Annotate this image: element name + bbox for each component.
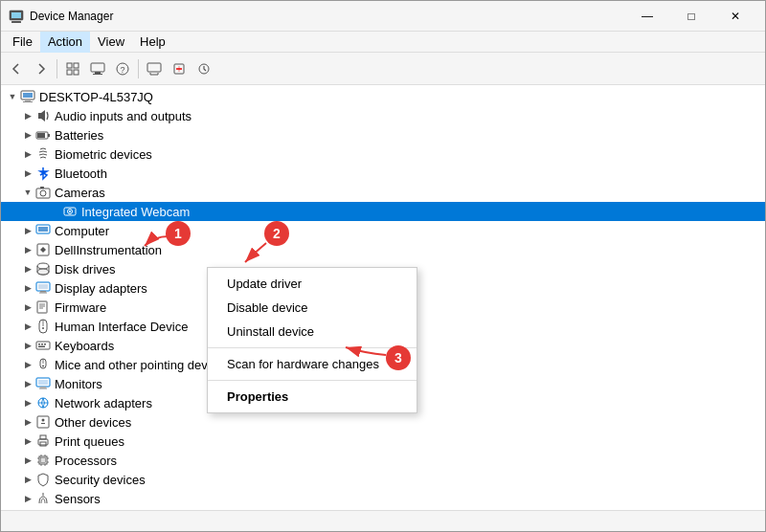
device-manager-window: Device Manager — □ ✕ File Action View He… xyxy=(0,0,766,532)
tree-item-dellinst[interactable]: ▶ DellInstrumentation xyxy=(1,240,765,259)
ctx-update-driver[interactable]: Update driver xyxy=(208,272,417,296)
svg-rect-34 xyxy=(38,284,48,289)
tree-item-audio[interactable]: ▶ Audio inputs and outputs xyxy=(1,106,765,125)
bluetooth-expand[interactable]: ▶ xyxy=(20,166,35,181)
status-bar xyxy=(1,510,765,531)
print-expand[interactable]: ▶ xyxy=(20,433,35,449)
tree-item-cameras[interactable]: ▼ Cameras xyxy=(1,183,765,202)
svg-rect-65 xyxy=(41,458,46,463)
svg-rect-12 xyxy=(147,63,161,72)
menu-action[interactable]: Action xyxy=(40,32,90,53)
biometric-label: Biometric devices xyxy=(55,147,152,162)
biometric-icon xyxy=(35,146,51,162)
audio-expand[interactable]: ▶ xyxy=(20,108,35,123)
toolbar-back[interactable] xyxy=(5,57,28,80)
keyboard-icon xyxy=(35,338,51,353)
computer-icon2 xyxy=(35,223,51,238)
tree-item-bluetooth[interactable]: ▶ Bluetooth xyxy=(1,164,765,183)
tree-item-computer[interactable]: ▶ Computer xyxy=(1,221,765,240)
svg-rect-62 xyxy=(40,435,46,439)
toolbar-grid[interactable] xyxy=(61,57,84,80)
svg-rect-6 xyxy=(74,70,79,75)
svg-point-27 xyxy=(69,211,71,212)
annotation-2: 2 xyxy=(264,221,289,246)
svg-rect-8 xyxy=(95,72,101,74)
toolbar-forward[interactable] xyxy=(30,57,53,80)
disk-expand[interactable]: ▶ xyxy=(20,261,35,277)
webcam-label: Integrated Webcam xyxy=(81,205,190,219)
tree-item-batteries[interactable]: ▶ Batteries xyxy=(1,125,765,144)
minimize-button[interactable]: — xyxy=(625,1,669,32)
mice-label: Mice and other pointing devices xyxy=(55,358,230,372)
tree-item-security[interactable]: ▶ Security devices xyxy=(1,470,765,489)
svg-rect-35 xyxy=(40,291,46,293)
firmware-expand[interactable]: ▶ xyxy=(20,299,35,315)
keyboards-expand[interactable]: ▶ xyxy=(20,338,35,353)
processor-icon xyxy=(35,453,51,468)
svg-rect-5 xyxy=(67,70,72,75)
root-expand[interactable]: ▼ xyxy=(5,89,20,104)
tree-item-other[interactable]: ▶ Other devices xyxy=(1,412,765,432)
audio-icon xyxy=(35,108,51,123)
cameras-expand[interactable]: ▼ xyxy=(20,185,35,200)
menu-help[interactable]: Help xyxy=(132,32,173,53)
menu-view[interactable]: View xyxy=(90,32,132,53)
tree-item-processors[interactable]: ▶ Processors xyxy=(1,451,765,470)
svg-rect-18 xyxy=(23,101,33,102)
toolbar-help[interactable]: ? xyxy=(111,57,134,80)
svg-rect-60 xyxy=(41,423,45,424)
other-expand[interactable]: ▶ xyxy=(20,414,35,430)
ctx-disable-device[interactable]: Disable device xyxy=(208,296,417,320)
svg-rect-47 xyxy=(44,344,46,345)
tree-item-sensors[interactable]: ▶ Sensors xyxy=(1,489,765,508)
annotation-1: 1 xyxy=(166,221,191,246)
toolbar: ? xyxy=(1,53,765,85)
firmware-icon xyxy=(35,299,51,315)
processors-expand[interactable]: ▶ xyxy=(20,453,35,468)
network-label: Network adapters xyxy=(55,396,152,410)
toolbar-update[interactable] xyxy=(192,57,215,80)
batteries-expand[interactable]: ▶ xyxy=(20,127,35,143)
tree-item-webcam[interactable]: Integrated Webcam xyxy=(1,202,765,221)
svg-rect-37 xyxy=(37,301,47,313)
svg-rect-53 xyxy=(38,380,48,385)
tree-item-biometric[interactable]: ▶ Biometric devices xyxy=(1,144,765,164)
svg-rect-46 xyxy=(41,344,43,345)
menu-file[interactable]: File xyxy=(5,32,40,53)
dellinst-expand[interactable]: ▶ xyxy=(20,242,35,257)
tree-item-print[interactable]: ▶ Print queues xyxy=(1,432,765,451)
tree-item-software[interactable]: ▶ Software components xyxy=(1,508,765,510)
svg-rect-55 xyxy=(39,388,47,389)
close-button[interactable]: ✕ xyxy=(713,1,757,32)
toolbar-monitor[interactable] xyxy=(86,57,109,80)
network-expand[interactable]: ▶ xyxy=(20,395,35,410)
svg-rect-3 xyxy=(67,63,72,68)
security-expand[interactable]: ▶ xyxy=(20,472,35,487)
svg-rect-9 xyxy=(93,74,102,75)
ctx-uninstall-device[interactable]: Uninstall device xyxy=(208,320,417,344)
sensors-icon xyxy=(35,491,51,506)
svg-rect-54 xyxy=(40,387,46,388)
sensors-expand[interactable]: ▶ xyxy=(20,491,35,506)
svg-rect-45 xyxy=(38,344,40,345)
svg-rect-24 xyxy=(40,187,44,188)
ctx-properties[interactable]: Properties xyxy=(208,385,417,409)
disk-icon xyxy=(35,261,51,277)
display-expand[interactable]: ▶ xyxy=(20,280,35,296)
mice-expand[interactable]: ▶ xyxy=(20,357,35,372)
cameras-label: Cameras xyxy=(55,186,105,200)
biometric-expand[interactable]: ▶ xyxy=(20,146,35,162)
svg-rect-17 xyxy=(25,100,31,101)
computer-expand[interactable]: ▶ xyxy=(20,223,35,238)
maximize-button[interactable]: □ xyxy=(669,1,713,32)
network-icon xyxy=(35,395,51,410)
toolbar-scan[interactable] xyxy=(143,57,166,80)
tree-root[interactable]: ▼ DESKTOP-4L537JQ xyxy=(1,87,765,106)
batteries-label: Batteries xyxy=(55,128,103,143)
printer-icon xyxy=(35,433,51,449)
monitors-expand[interactable]: ▶ xyxy=(20,376,35,391)
hid-expand[interactable]: ▶ xyxy=(20,319,35,334)
ctx-sep-1 xyxy=(208,347,417,348)
toolbar-uninstall[interactable] xyxy=(168,57,191,80)
mouse-icon xyxy=(35,357,51,372)
